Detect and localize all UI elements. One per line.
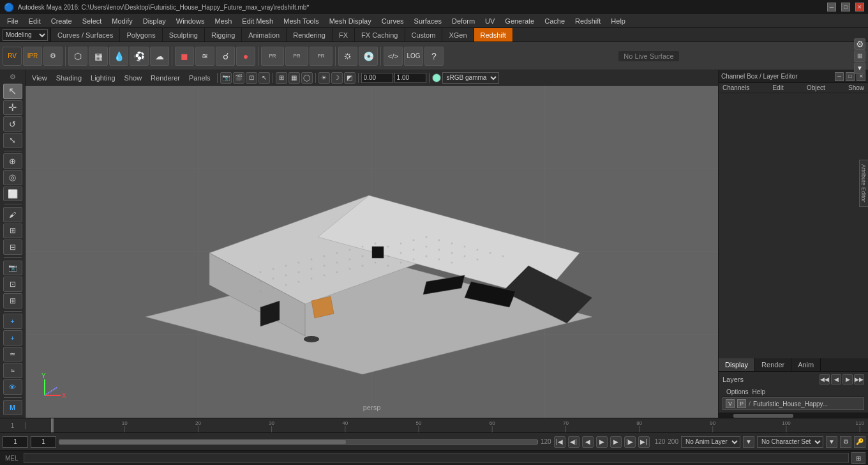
vp-icon-grid[interactable]: ⊞ (276, 72, 287, 84)
tab-fx-caching[interactable]: FX Caching (355, 28, 405, 42)
menu-uv[interactable]: UV (481, 16, 499, 26)
rp-scroll-track[interactable] (719, 413, 868, 418)
menu-surfaces[interactable]: Surfaces (410, 16, 446, 26)
script-input[interactable] (24, 453, 849, 463)
restore-button[interactable]: □ (841, 3, 850, 11)
menu-display[interactable]: Display (138, 16, 170, 26)
gear-icon[interactable]: ⚙ (10, 73, 16, 81)
vp-icon-frame[interactable]: ⊡ (246, 72, 257, 84)
shelf-icon-sphere[interactable]: ⚽ (130, 47, 149, 66)
tab-redshift[interactable]: Redshift (474, 28, 513, 42)
jump-end-btn[interactable]: ▶| (638, 436, 650, 448)
channels-menu-item[interactable]: Channels (722, 84, 749, 91)
tab-animation[interactable]: Animation (242, 28, 287, 42)
object-menu-item[interactable]: Object (807, 84, 825, 91)
show-manip-button[interactable]: ⊞ (3, 224, 22, 239)
rotate-tool-button[interactable]: ↺ (3, 116, 22, 132)
vp-icon-film[interactable]: 🎬 (233, 72, 244, 84)
menu-mesh[interactable]: Mesh (210, 16, 236, 26)
vp-menu-view[interactable]: View (28, 73, 51, 83)
menu-mesh-tools[interactable]: Mesh Tools (279, 16, 323, 26)
close-button[interactable]: ✕ (855, 3, 864, 11)
shelf-icon-dome[interactable]: ⛭ (338, 47, 357, 66)
shelf-icon-pr1[interactable]: PR (261, 47, 284, 66)
tab-anim[interactable]: Anim (791, 358, 821, 371)
shelf-icon-circle-red[interactable]: ● (236, 47, 255, 66)
select-tool-button[interactable]: ↖ (3, 84, 22, 99)
vp-icon-smooth[interactable]: ◯ (301, 72, 313, 84)
vp-menu-shading[interactable]: Shading (52, 73, 86, 83)
shelf-icon-curve-surface[interactable]: ≋ (195, 47, 214, 66)
menu-windows[interactable]: Windows (172, 16, 209, 26)
layer-row[interactable]: V P / Futuristic_House_Happy... (722, 397, 864, 410)
snap-to-view-button[interactable]: 👁 (3, 379, 22, 395)
rp-minimize-btn[interactable]: ─ (835, 72, 844, 81)
vp-icon-light[interactable]: ☀ (318, 72, 330, 84)
layer-playback-btn[interactable]: P (737, 399, 746, 408)
shelf-icon-box[interactable]: ▦ (89, 47, 108, 66)
vp-menu-show[interactable]: Show (121, 73, 146, 83)
snap-to-grid-button[interactable]: + (3, 314, 22, 329)
shelf-arrow-icon[interactable]: ▼ (854, 63, 865, 74)
prev-keyframe-btn[interactable]: ◀| (568, 436, 580, 448)
menu-mesh-display[interactable]: Mesh Display (325, 16, 376, 26)
current-frame-input[interactable] (31, 436, 56, 448)
tab-xgen[interactable]: XGen (442, 28, 474, 42)
shelf-icon-teardrop[interactable]: 💧 (109, 47, 128, 66)
shelf-icon-hook[interactable]: ☌ (216, 47, 235, 66)
scene-area[interactable]: X Y persp (26, 86, 718, 418)
transform-y-input[interactable] (394, 73, 426, 83)
menu-curves[interactable]: Curves (377, 16, 408, 26)
shelf-icon-ipr[interactable]: IPR (23, 47, 42, 66)
rp-restore-btn[interactable]: □ (846, 72, 855, 81)
tab-sculpting[interactable]: Sculpting (163, 28, 205, 42)
vp-icon-wireframe[interactable]: ▦ (288, 72, 300, 84)
current-frame-start-input[interactable] (3, 436, 28, 448)
script-expand-btn[interactable]: ⊞ (851, 452, 865, 464)
vp-icon-select[interactable]: ↖ (258, 72, 270, 84)
layer-prev-btn[interactable]: ◀ (831, 374, 841, 385)
shelf-grid-icon[interactable]: ⊞ (854, 50, 865, 62)
layer-next-btn[interactable]: ▶ (842, 374, 853, 385)
vp-menu-panels[interactable]: Panels (185, 73, 214, 83)
soft-select-button[interactable]: ◎ (3, 170, 22, 185)
vp-menu-lighting[interactable]: Lighting (87, 73, 119, 83)
move-tool-button[interactable]: ✛ (3, 100, 22, 116)
menu-edit[interactable]: Edit (24, 16, 45, 26)
snap-to-curve-button[interactable]: ≃ (3, 347, 22, 362)
layer-add-btn[interactable]: ▶▶ (854, 374, 864, 385)
lasso-select-button[interactable]: ⬜ (3, 187, 22, 202)
menu-redshift[interactable]: Redshift (571, 16, 605, 26)
frame-selected-button[interactable]: ⊞ (3, 293, 22, 309)
char-set-dropdown-btn[interactable]: ▼ (826, 436, 837, 448)
tab-fx[interactable]: FX (333, 28, 355, 42)
shelf-icon-rv[interactable]: RV (3, 47, 22, 66)
jump-start-btn[interactable]: |◀ (554, 436, 565, 448)
vp-menu-renderer[interactable]: Renderer (147, 73, 184, 83)
frame-all-button[interactable]: ⊡ (3, 277, 22, 292)
universal-manip-button[interactable]: ⊕ (3, 153, 22, 169)
scale-tool-button[interactable]: ⤡ (3, 133, 22, 148)
tab-rendering[interactable]: Rendering (287, 28, 333, 42)
play-fwd-btn[interactable]: ▶ (610, 436, 622, 448)
snap-toggle-button[interactable]: ⊟ (3, 240, 22, 255)
tab-render[interactable]: Render (755, 358, 791, 371)
minimize-button[interactable]: ─ (827, 3, 836, 11)
tab-rigging[interactable]: Rigging (205, 28, 242, 42)
camera-tool-button[interactable]: 📷 (3, 261, 22, 276)
play-back-btn[interactable]: ◀ (582, 436, 594, 448)
menu-generate[interactable]: Generate (500, 16, 539, 26)
menu-modify[interactable]: Modify (107, 16, 137, 26)
transform-x-input[interactable] (361, 73, 393, 83)
shelf-icon-disk[interactable]: 💿 (359, 47, 378, 66)
menu-select[interactable]: Select (78, 16, 107, 26)
menu-deform[interactable]: Deform (447, 16, 479, 26)
maya-logo-button[interactable]: M (3, 400, 22, 415)
transport-settings-btn[interactable]: ⚙ (840, 436, 851, 448)
timeline-range[interactable]: 10 20 30 40 50 60 70 80 90 100 (51, 418, 868, 432)
snap-to-surface-button[interactable]: ≈ (3, 363, 22, 378)
transport-key-btn[interactable]: 🔑 (854, 436, 865, 448)
layer-back-btn[interactable]: ◀◀ (819, 374, 830, 385)
shelf-icon-help[interactable]: ? (424, 47, 444, 66)
tab-curves-surfaces[interactable]: Curves / Surfaces (51, 28, 120, 42)
